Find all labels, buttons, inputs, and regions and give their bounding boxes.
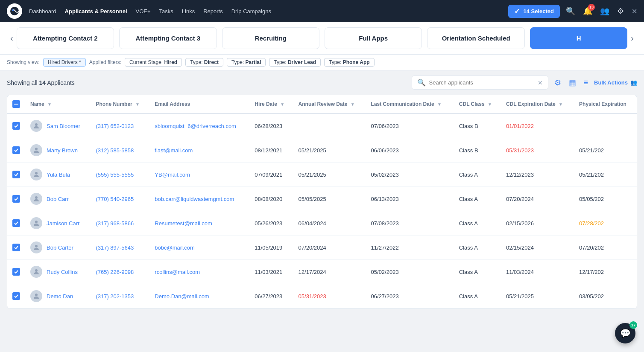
col-cdl-exp[interactable]: CDL Expiration Date ▼ (501, 95, 574, 113)
row-checkbox-1[interactable] (7, 138, 25, 163)
nav-links[interactable]: Links (182, 8, 195, 15)
applicant-name-5[interactable]: Bob Carter (47, 244, 73, 251)
row-email-0[interactable]: sbloomquist+6@driverreach.com (149, 113, 249, 138)
stage-next-button[interactable]: › (627, 32, 637, 45)
filters-row: Showing view: Hired Drivers * Applied fi… (0, 55, 644, 70)
layers-button[interactable]: ≡ (582, 76, 590, 89)
row-checkbox-6[interactable] (7, 260, 25, 284)
stage-tab-hired[interactable]: H (530, 27, 627, 49)
row-phone-4[interactable]: (317) 968-5866 (91, 211, 149, 236)
nav-drip-campaigns[interactable]: Drip Campaigns (231, 8, 271, 15)
row-email-5[interactable]: bobc@mail.com (149, 236, 249, 260)
row-email-4[interactable]: Resumetest@mail.com (149, 211, 249, 236)
stage-tab-recruiting[interactable]: Recruiting (222, 27, 319, 49)
row-email-3[interactable]: bob.carr@liquidwastemgmt.com (149, 187, 249, 211)
row-name-5: Bob Carter (25, 236, 91, 260)
search-input[interactable] (429, 79, 534, 86)
notification-badge: 13 (588, 4, 595, 11)
nav-voe[interactable]: VOE+ (136, 8, 151, 15)
row-hire-date-5: 11/05/2019 (249, 236, 293, 260)
filter-chip-phone-app[interactable]: Type: Phone App (324, 58, 375, 67)
col-annual-review[interactable]: Annual Review Date ▼ (293, 95, 366, 113)
row-annual-review-6: 12/17/2024 (293, 260, 366, 284)
row-checkbox-7[interactable] (7, 284, 25, 308)
settings-button[interactable]: ⚙ (615, 5, 626, 17)
row-hire-date-6: 11/03/2021 (249, 260, 293, 284)
row-phone-6[interactable]: (765) 226-9098 (91, 260, 149, 284)
columns-button[interactable]: ▦ (567, 76, 578, 89)
row-phone-1[interactable]: (312) 585-5858 (91, 138, 149, 163)
applicant-name-6[interactable]: Rudy Collins (47, 269, 78, 275)
applicant-name-1[interactable]: Marty Brown (47, 147, 78, 154)
row-cdl-exp-1: 05/31/2023 (501, 138, 574, 163)
close-button[interactable]: ✕ (632, 7, 637, 15)
svg-point-7 (35, 221, 38, 223)
logo[interactable] (7, 3, 22, 19)
stage-tab-attempting-contact-2[interactable]: Attempting Contact 2 (17, 27, 114, 49)
notifications-button[interactable]: 🔔 13 (581, 5, 594, 17)
nav-links: Dashboard Applicants & Personnel VOE+ Ta… (29, 8, 508, 15)
nav-dashboard[interactable]: Dashboard (29, 8, 56, 15)
stage-tab-full-apps[interactable]: Full Apps (325, 27, 422, 49)
filter-button[interactable]: ⚙ (553, 76, 563, 89)
search-nav-button[interactable]: 🔍 (564, 5, 577, 17)
nav-tasks[interactable]: Tasks (159, 8, 173, 15)
row-phone-5[interactable]: (317) 897-5643 (91, 236, 149, 260)
row-hire-date-2: 07/09/2021 (249, 163, 293, 187)
col-hire-date[interactable]: Hire Date ▼ (249, 95, 293, 113)
nav-reports[interactable]: Reports (203, 8, 223, 15)
select-all-header[interactable] (7, 95, 25, 113)
table-row: Bob Carter (317) 897-5643 bobc@mail.com … (7, 236, 637, 260)
svg-point-4 (35, 148, 38, 150)
row-email-2[interactable]: YB@mail.com (149, 163, 249, 187)
col-email[interactable]: Email Address (149, 95, 249, 113)
table-row: Demo Dan (317) 202-1353 Demo.Dan@mail.co… (7, 284, 637, 308)
row-last-comm-4: 07/08/2023 (366, 211, 454, 236)
row-checkbox-4[interactable] (7, 211, 25, 236)
applicant-name-0[interactable]: Sam Bloomer (47, 123, 80, 129)
row-phone-3[interactable]: (770) 540-2965 (91, 187, 149, 211)
applicant-name-4[interactable]: Jamison Carr (47, 220, 79, 227)
filter-chip-driver-lead[interactable]: Type: Driver Lead (269, 58, 321, 67)
applicant-name-2[interactable]: Yula Bula (47, 172, 70, 178)
row-checkbox-3[interactable] (7, 187, 25, 211)
row-checkbox-0[interactable] (7, 113, 25, 138)
row-physical-exp-2: 05/21/202 (574, 163, 637, 187)
search-box: 🔍 ✕ (412, 76, 548, 90)
col-name[interactable]: Name ▼ (25, 95, 91, 113)
applicant-name-3[interactable]: Bob Carr (47, 196, 69, 202)
users-button[interactable]: 👥 (598, 5, 611, 17)
filter-chip-direct[interactable]: Type: Direct (185, 58, 223, 67)
filter-chip-stage[interactable]: Current Stage: Hired (125, 58, 182, 67)
stage-prev-button[interactable]: ‹ (7, 32, 17, 45)
top-bar-right: 🔍 ✕ ⚙ ▦ ≡ Bulk Actions 👥 (412, 76, 638, 90)
view-chip[interactable]: Hired Drivers * (43, 58, 86, 67)
row-email-1[interactable]: flast@mail.com (149, 138, 249, 163)
row-phone-2[interactable]: (555) 555-5555 (91, 163, 149, 187)
bulk-actions-button[interactable]: Bulk Actions 👥 (594, 79, 637, 86)
svg-point-10 (35, 294, 38, 296)
row-hire-date-0: 06/28/2023 (249, 113, 293, 138)
stage-tab-attempting-contact-3[interactable]: Attempting Contact 3 (119, 27, 217, 49)
row-cdl-class-4: Class A (454, 211, 501, 236)
row-email-7[interactable]: Demo.Dan@mail.com (149, 284, 249, 308)
row-name-6: Rudy Collins (25, 260, 91, 284)
row-phone-7[interactable]: (317) 202-1353 (91, 284, 149, 308)
col-phone[interactable]: Phone Number ▼ (91, 95, 149, 113)
svg-point-8 (35, 245, 38, 247)
col-cdl-class[interactable]: CDL Class ▼ (454, 95, 501, 113)
row-checkbox-2[interactable] (7, 163, 25, 187)
col-last-comm[interactable]: Last Communication Date ▼ (366, 95, 454, 113)
applicants-table: Name ▼ Phone Number ▼ Email Address Hire… (7, 95, 637, 309)
row-email-6[interactable]: rcollins@mail.com (149, 260, 249, 284)
stage-tab-orientation-scheduled[interactable]: Orientation Scheduled (427, 27, 524, 49)
applicant-name-7[interactable]: Demo Dan (47, 293, 73, 300)
table-header-row: Name ▼ Phone Number ▼ Email Address Hire… (7, 95, 637, 113)
nav-applicants-personnel[interactable]: Applicants & Personnel (65, 8, 127, 15)
clear-search-icon[interactable]: ✕ (538, 79, 543, 86)
row-checkbox-5[interactable] (7, 236, 25, 260)
row-cdl-exp-2: 12/12/2023 (501, 163, 574, 187)
row-phone-0[interactable]: (317) 652-0123 (91, 113, 149, 138)
row-physical-exp-5: 07/20/202 (574, 236, 637, 260)
filter-chip-partial[interactable]: Type: Partial (227, 58, 266, 67)
